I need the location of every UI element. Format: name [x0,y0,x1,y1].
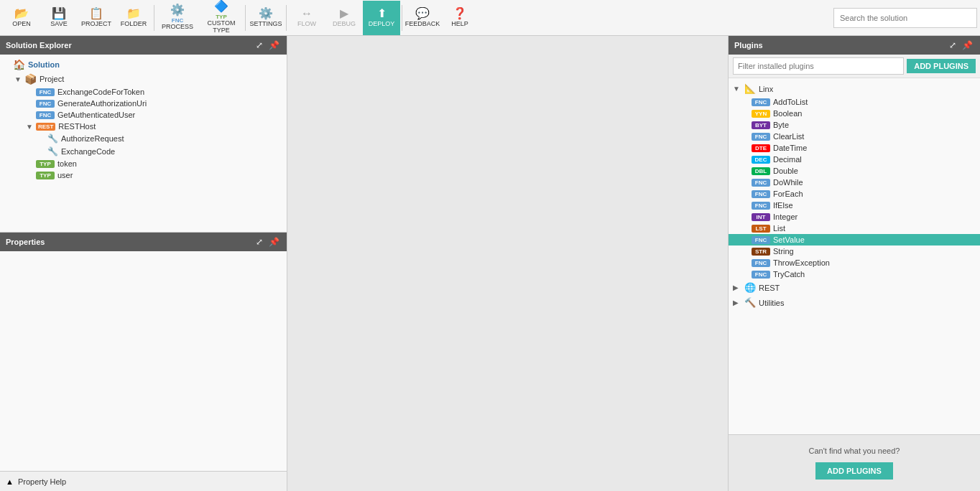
plugin-item-datetime[interactable]: DTE DateTime [729,142,980,154]
plugin-item-decimal[interactable]: DEC Decimal [729,154,980,165]
tree-item-token[interactable]: TYP token [0,158,287,169]
plugin-group-rest-header[interactable]: ▶ 🌐 REST [729,280,980,295]
main-layout: Solution Explorer ⤢ 📌 🏠 Solution ▼ 📦 [0,36,980,491]
solution-explorer-expand-icon[interactable]: ⤢ [254,40,264,50]
help-button[interactable]: ❓ HELP [441,1,479,35]
auth-req-label: AuthorizeRequest [61,134,124,143]
integer-label: Integer [773,212,798,221]
plugin-item-if-else[interactable]: FNC IfElse [729,200,980,211]
open-icon: 📂 [14,8,29,19]
linx-icon: 📐 [744,83,756,94]
tree-item-rest-host[interactable]: ▼ REST RESTHost [0,121,287,132]
plugin-item-set-value[interactable]: FNC SetValue [729,234,980,246]
properties-pin-icon[interactable]: 📌 [267,237,281,247]
plugin-item-for-each[interactable]: FNC ForEach [729,188,980,200]
tree-item-generate-auth[interactable]: FNC GenerateAuthorizationUri [0,98,287,109]
tree-item-get-auth-user[interactable]: FNC GetAuthenticatedUser [0,109,287,121]
list-label: List [773,224,785,233]
tree-item-exchange-code[interactable]: FNC ExchangeCodeForToken [0,86,287,98]
folder-button[interactable]: 📁 FOLDER [115,1,152,35]
throw-exception-label: ThrowException [773,258,830,267]
feedback-button[interactable]: 💬 FEEDBACK [404,1,441,35]
string-label: String [773,247,794,256]
plugin-item-list[interactable]: LST List [729,223,980,234]
plugin-item-byte[interactable]: BYT Byte [729,119,980,131]
search-input[interactable] [833,8,977,28]
plugin-item-string[interactable]: STR String [729,246,980,257]
tree-item-project[interactable]: ▼ 📦 Project [0,72,287,86]
tree-item-exchange-code-2[interactable]: 🔧 ExchangeCode [0,145,287,158]
integer-badge: INT [752,213,770,221]
plugins-filter-input[interactable] [733,57,904,75]
exchange-code-badge: FNC [36,88,55,96]
byte-badge: BYT [752,121,770,129]
save-label: SAVE [50,21,67,28]
tree-item-solution[interactable]: 🏠 Solution [0,57,287,72]
custom-type-button[interactable]: 🔷 TYP CUSTOMTYPE [199,1,244,35]
plugin-item-throw-exception[interactable]: FNC ThrowException [729,257,980,268]
gen-auth-badge: FNC [36,100,55,108]
process-button[interactable]: ⚙️ FNC PROCESS [156,1,199,35]
token-badge: TYP [36,160,55,168]
settings-label: SETTINGS [249,21,282,28]
boolean-label: Boolean [773,109,802,118]
toolbar-separator-3 [286,5,287,31]
project-button[interactable]: 📋 PROJECT [78,1,115,35]
rest-host-badge: REST [36,123,55,131]
plugin-item-boolean[interactable]: YYN Boolean [729,108,980,119]
properties-expand-icon[interactable]: ⤢ [254,237,264,247]
add-plugins-bottom-button[interactable]: ADD PLUGINS [815,462,893,480]
settings-icon: ⚙️ [259,8,273,19]
property-help-label: Property Help [18,477,66,486]
for-each-badge: FNC [752,190,770,198]
utilities-label: Utilities [759,299,784,307]
try-catch-badge: FNC [752,271,770,279]
rest-label: REST [759,284,780,292]
open-label: OPEN [12,21,31,28]
settings-button[interactable]: ⚙️ SETTINGS [247,1,285,35]
if-else-label: IfElse [773,201,793,210]
deploy-button[interactable]: ⬆ DEPLOY [363,1,400,35]
solution-explorer-pin-icon[interactable]: 📌 [267,40,281,50]
properties-content [0,251,287,471]
do-while-label: DoWhile [773,178,803,187]
plugin-item-double[interactable]: DBL Double [729,165,980,177]
project-label: PROJECT [81,21,111,28]
save-button[interactable]: 💾 SAVE [40,1,78,35]
open-button[interactable]: 📂 OPEN [3,1,40,35]
get-auth-user-label: GetAuthenticatedUser [57,111,135,119]
flow-button[interactable]: ↔ FLOW [288,1,325,35]
help-label: HELP [451,21,468,28]
debug-icon: ▶ [340,8,348,19]
process-label: PROCESS [162,24,193,31]
add-plugins-button[interactable]: ADD PLUGINS [907,59,976,73]
add-to-list-badge: FNC [752,98,770,106]
plugin-group-linx-header[interactable]: ▼ 📐 Linx [729,81,980,96]
throw-exception-badge: FNC [752,259,770,267]
user-label: user [57,171,73,179]
plugin-group-linx: ▼ 📐 Linx FNC AddToList YYN Boolean BYT B… [729,81,980,280]
tree-item-user[interactable]: TYP user [0,169,287,181]
plugin-item-integer[interactable]: INT Integer [729,211,980,223]
plugin-group-utilities-header[interactable]: ▶ 🔨 Utilities [729,295,980,310]
toolbar: 📂 OPEN 💾 SAVE 📋 PROJECT 📁 FOLDER ⚙️ FNC … [0,0,980,36]
plugin-item-do-while[interactable]: FNC DoWhile [729,177,980,188]
try-catch-label: TryCatch [773,270,805,279]
plugins-expand-icon[interactable]: ⤢ [948,40,958,50]
plugin-item-clear-list[interactable]: FNC ClearList [729,131,980,142]
string-badge: STR [752,248,770,256]
property-help[interactable]: ▲ Property Help [0,471,287,491]
plugins-title: Plugins [734,41,763,50]
debug-button[interactable]: ▶ DEBUG [325,1,363,35]
left-panel: Solution Explorer ⤢ 📌 🏠 Solution ▼ 📦 [0,36,287,491]
plugins-pin-icon[interactable]: 📌 [961,40,974,50]
plugin-item-add-to-list[interactable]: FNC AddToList [729,96,980,108]
plugins-filter-row: ADD PLUGINS [729,55,980,78]
plugins-panel: Plugins ⤢ 📌 ADD PLUGINS ▼ 📐 Linx FNC [729,36,980,491]
exchange-code-label: ExchangeCodeForToken [57,88,144,96]
plugin-item-try-catch[interactable]: FNC TryCatch [729,268,980,280]
if-else-badge: FNC [752,202,770,210]
plugins-tree: ▼ 📐 Linx FNC AddToList YYN Boolean BYT B… [729,78,980,434]
solution-explorer-header: Solution Explorer ⤢ 📌 [0,36,287,55]
tree-item-authorize-request[interactable]: 🔧 AuthorizeRequest [0,132,287,145]
